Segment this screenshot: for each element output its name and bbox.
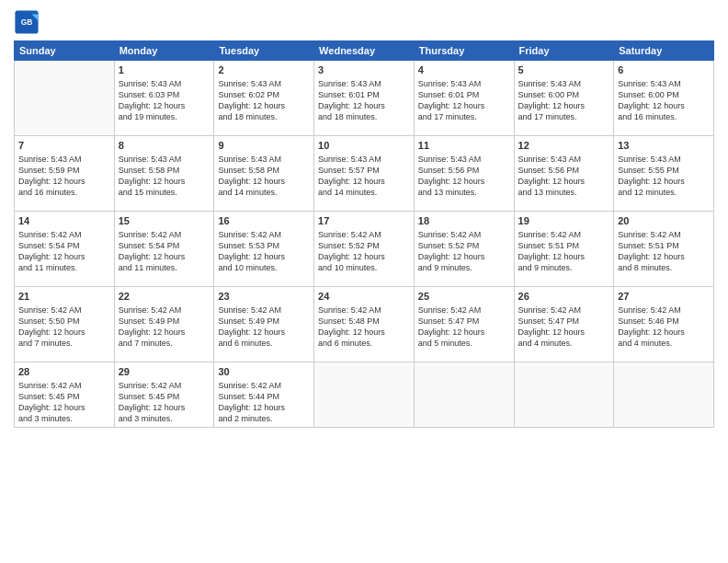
cell-info: Sunrise: 5:42 AM Sunset: 5:51 PM Dayligh… [518,229,610,274]
calendar-cell: 13Sunrise: 5:43 AM Sunset: 5:55 PM Dayli… [614,136,714,212]
calendar-cell: 23Sunrise: 5:42 AM Sunset: 5:49 PM Dayli… [214,287,314,362]
logo: GB [14,9,43,35]
cell-info: Sunrise: 5:42 AM Sunset: 5:46 PM Dayligh… [618,304,710,350]
cell-info: Sunrise: 5:42 AM Sunset: 5:49 PM Dayligh… [218,304,310,350]
calendar-cell [314,362,415,428]
calendar-cell: 8Sunrise: 5:43 AM Sunset: 5:58 PM Daylig… [114,136,214,212]
calendar-cell [414,362,514,428]
cell-info: Sunrise: 5:43 AM Sunset: 6:01 PM Dayligh… [418,78,510,123]
date-number: 8 [119,139,210,153]
calendar-cell: 2Sunrise: 5:43 AM Sunset: 6:02 PM Daylig… [214,61,314,136]
cell-info: Sunrise: 5:42 AM Sunset: 5:44 PM Dayligh… [218,380,310,425]
date-number: 22 [119,290,210,304]
calendar-cell: 15Sunrise: 5:42 AM Sunset: 5:54 PM Dayli… [114,212,214,287]
cell-info: Sunrise: 5:42 AM Sunset: 5:45 PM Dayligh… [18,380,110,425]
cell-info: Sunrise: 5:42 AM Sunset: 5:50 PM Dayligh… [18,304,110,350]
calendar-cell: 14Sunrise: 5:42 AM Sunset: 5:54 PM Dayli… [15,212,115,287]
cell-info: Sunrise: 5:43 AM Sunset: 5:58 PM Dayligh… [218,154,310,199]
calendar-cell [614,362,714,428]
calendar-cell: 6Sunrise: 5:43 AM Sunset: 6:00 PM Daylig… [614,61,714,136]
calendar-cell: 19Sunrise: 5:42 AM Sunset: 5:51 PM Dayli… [514,212,614,287]
date-number: 27 [618,290,710,304]
cell-info: Sunrise: 5:42 AM Sunset: 5:48 PM Dayligh… [318,304,410,350]
calendar-cell: 18Sunrise: 5:42 AM Sunset: 5:52 PM Dayli… [414,212,514,287]
calendar-cell: 12Sunrise: 5:43 AM Sunset: 5:56 PM Dayli… [514,136,614,212]
date-number: 13 [618,139,710,153]
date-number: 24 [318,290,410,304]
cell-info: Sunrise: 5:42 AM Sunset: 5:51 PM Dayligh… [618,229,710,274]
calendar-cell: 4Sunrise: 5:43 AM Sunset: 6:01 PM Daylig… [414,61,514,136]
week-row-1: 1Sunrise: 5:43 AM Sunset: 6:03 PM Daylig… [15,61,714,136]
svg-text:GB: GB [21,17,33,27]
cell-info: Sunrise: 5:43 AM Sunset: 5:58 PM Dayligh… [119,154,210,199]
calendar-cell: 3Sunrise: 5:43 AM Sunset: 6:01 PM Daylig… [314,61,415,136]
date-number: 23 [218,290,310,304]
calendar-cell: 10Sunrise: 5:43 AM Sunset: 5:57 PM Dayli… [314,136,415,212]
week-row-4: 21Sunrise: 5:42 AM Sunset: 5:50 PM Dayli… [15,287,714,362]
cell-info: Sunrise: 5:42 AM Sunset: 5:45 PM Dayligh… [119,380,210,425]
cell-info: Sunrise: 5:43 AM Sunset: 6:01 PM Dayligh… [318,78,410,123]
calendar-cell [514,362,614,428]
calendar-cell: 20Sunrise: 5:42 AM Sunset: 5:51 PM Dayli… [614,212,714,287]
cell-info: Sunrise: 5:43 AM Sunset: 5:57 PM Dayligh… [318,154,410,199]
date-number: 6 [618,63,710,77]
calendar-table: SundayMondayTuesdayWednesdayThursdayFrid… [14,40,714,428]
calendar-cell: 11Sunrise: 5:43 AM Sunset: 5:56 PM Dayli… [414,136,514,212]
week-row-2: 7Sunrise: 5:43 AM Sunset: 5:59 PM Daylig… [15,136,714,212]
calendar-page: GB SundayMondayTuesdayWednesdayThursdayF… [0,0,728,563]
calendar-cell: 9Sunrise: 5:43 AM Sunset: 5:58 PM Daylig… [214,136,314,212]
date-number: 15 [119,214,210,228]
page-header: GB [14,9,714,35]
cell-info: Sunrise: 5:43 AM Sunset: 6:02 PM Dayligh… [218,78,310,123]
day-header-friday: Friday [514,41,614,61]
calendar-cell: 5Sunrise: 5:43 AM Sunset: 6:00 PM Daylig… [514,61,614,136]
cell-info: Sunrise: 5:42 AM Sunset: 5:54 PM Dayligh… [119,229,210,274]
date-number: 2 [218,63,310,77]
cell-info: Sunrise: 5:42 AM Sunset: 5:52 PM Dayligh… [318,229,410,274]
day-header-row: SundayMondayTuesdayWednesdayThursdayFrid… [15,41,714,61]
date-number: 21 [18,290,110,304]
calendar-cell: 24Sunrise: 5:42 AM Sunset: 5:48 PM Dayli… [314,287,415,362]
calendar-cell [15,61,115,136]
calendar-cell: 26Sunrise: 5:42 AM Sunset: 5:47 PM Dayli… [514,287,614,362]
date-number: 12 [518,139,610,153]
logo-icon: GB [14,9,40,35]
cell-info: Sunrise: 5:42 AM Sunset: 5:47 PM Dayligh… [518,304,610,350]
cell-info: Sunrise: 5:43 AM Sunset: 6:00 PM Dayligh… [618,78,710,123]
date-number: 25 [418,290,510,304]
cell-info: Sunrise: 5:42 AM Sunset: 5:52 PM Dayligh… [418,229,510,274]
cell-info: Sunrise: 5:43 AM Sunset: 6:03 PM Dayligh… [119,78,210,123]
date-number: 10 [318,139,410,153]
cell-info: Sunrise: 5:42 AM Sunset: 5:47 PM Dayligh… [418,304,510,350]
date-number: 29 [119,365,210,379]
date-number: 5 [518,63,610,77]
date-number: 17 [318,214,410,228]
date-number: 3 [318,63,410,77]
cell-info: Sunrise: 5:42 AM Sunset: 5:49 PM Dayligh… [119,304,210,350]
day-header-thursday: Thursday [414,41,514,61]
calendar-cell: 7Sunrise: 5:43 AM Sunset: 5:59 PM Daylig… [15,136,115,212]
date-number: 16 [218,214,310,228]
day-header-sunday: Sunday [15,41,115,61]
day-header-saturday: Saturday [614,41,714,61]
calendar-cell: 21Sunrise: 5:42 AM Sunset: 5:50 PM Dayli… [15,287,115,362]
calendar-cell: 30Sunrise: 5:42 AM Sunset: 5:44 PM Dayli… [214,362,314,428]
calendar-cell: 16Sunrise: 5:42 AM Sunset: 5:53 PM Dayli… [214,212,314,287]
calendar-cell: 25Sunrise: 5:42 AM Sunset: 5:47 PM Dayli… [414,287,514,362]
date-number: 19 [518,214,610,228]
date-number: 7 [18,139,110,153]
calendar-cell: 17Sunrise: 5:42 AM Sunset: 5:52 PM Dayli… [314,212,415,287]
day-header-wednesday: Wednesday [314,41,415,61]
date-number: 4 [418,63,510,77]
cell-info: Sunrise: 5:43 AM Sunset: 5:56 PM Dayligh… [518,154,610,199]
cell-info: Sunrise: 5:43 AM Sunset: 5:59 PM Dayligh… [18,154,110,199]
day-header-tuesday: Tuesday [214,41,314,61]
cell-info: Sunrise: 5:43 AM Sunset: 5:56 PM Dayligh… [418,154,510,199]
week-row-3: 14Sunrise: 5:42 AM Sunset: 5:54 PM Dayli… [15,212,714,287]
cell-info: Sunrise: 5:42 AM Sunset: 5:54 PM Dayligh… [18,229,110,274]
date-number: 9 [218,139,310,153]
calendar-cell: 28Sunrise: 5:42 AM Sunset: 5:45 PM Dayli… [15,362,115,428]
date-number: 1 [119,63,210,77]
cell-info: Sunrise: 5:42 AM Sunset: 5:53 PM Dayligh… [218,229,310,274]
calendar-cell: 22Sunrise: 5:42 AM Sunset: 5:49 PM Dayli… [114,287,214,362]
